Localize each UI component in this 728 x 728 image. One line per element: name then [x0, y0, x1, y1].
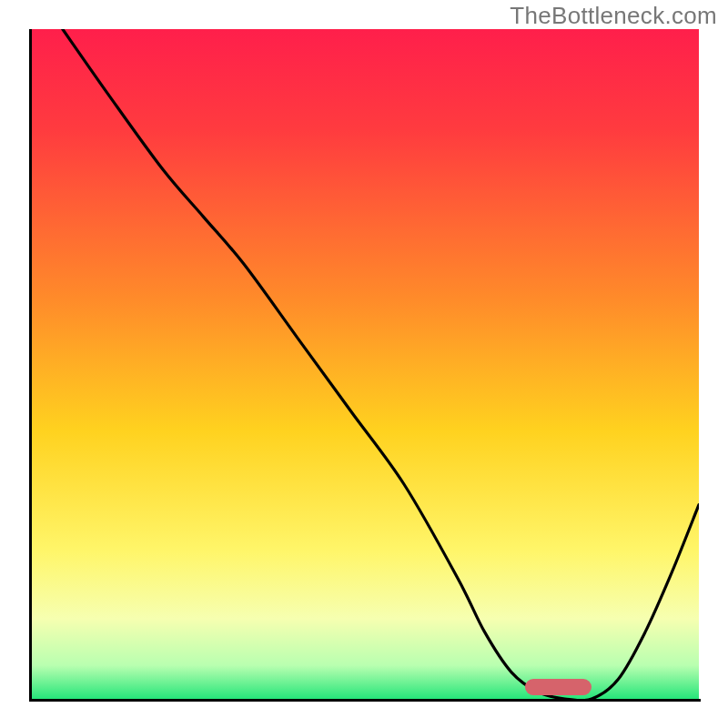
optimum-range-marker [525, 679, 592, 695]
gradient-background [29, 29, 699, 699]
chart-container: TheBottleneck.com [0, 0, 728, 728]
watermark-text: TheBottleneck.com [510, 2, 717, 30]
chart-plot-area [29, 29, 699, 699]
x-axis [29, 699, 701, 702]
y-axis [29, 29, 32, 700]
